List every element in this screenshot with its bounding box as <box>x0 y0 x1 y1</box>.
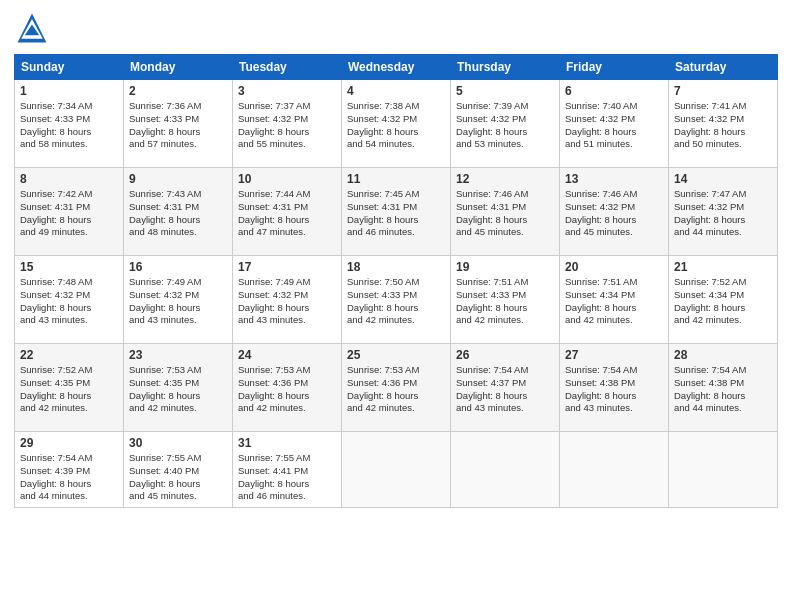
calendar-cell <box>560 432 669 508</box>
cell-info: Sunrise: 7:38 AMSunset: 4:32 PMDaylight:… <box>347 100 445 151</box>
calendar-cell <box>669 432 778 508</box>
day-number: 8 <box>20 172 118 186</box>
weekday-header-friday: Friday <box>560 55 669 80</box>
day-number: 15 <box>20 260 118 274</box>
day-number: 3 <box>238 84 336 98</box>
cell-info: Sunrise: 7:46 AMSunset: 4:31 PMDaylight:… <box>456 188 554 239</box>
calendar-cell: 1Sunrise: 7:34 AMSunset: 4:33 PMDaylight… <box>15 80 124 168</box>
calendar-cell: 27Sunrise: 7:54 AMSunset: 4:38 PMDayligh… <box>560 344 669 432</box>
logo <box>14 10 54 46</box>
day-number: 20 <box>565 260 663 274</box>
page: SundayMondayTuesdayWednesdayThursdayFrid… <box>0 0 792 612</box>
calendar-cell: 15Sunrise: 7:48 AMSunset: 4:32 PMDayligh… <box>15 256 124 344</box>
header <box>14 10 778 46</box>
cell-info: Sunrise: 7:54 AMSunset: 4:38 PMDaylight:… <box>565 364 663 415</box>
day-number: 12 <box>456 172 554 186</box>
cell-info: Sunrise: 7:52 AMSunset: 4:35 PMDaylight:… <box>20 364 118 415</box>
calendar-cell: 13Sunrise: 7:46 AMSunset: 4:32 PMDayligh… <box>560 168 669 256</box>
day-number: 5 <box>456 84 554 98</box>
cell-info: Sunrise: 7:54 AMSunset: 4:37 PMDaylight:… <box>456 364 554 415</box>
day-number: 13 <box>565 172 663 186</box>
day-number: 25 <box>347 348 445 362</box>
cell-info: Sunrise: 7:49 AMSunset: 4:32 PMDaylight:… <box>238 276 336 327</box>
cell-info: Sunrise: 7:53 AMSunset: 4:35 PMDaylight:… <box>129 364 227 415</box>
calendar-cell: 20Sunrise: 7:51 AMSunset: 4:34 PMDayligh… <box>560 256 669 344</box>
calendar-table: SundayMondayTuesdayWednesdayThursdayFrid… <box>14 54 778 508</box>
calendar-cell: 6Sunrise: 7:40 AMSunset: 4:32 PMDaylight… <box>560 80 669 168</box>
calendar-cell: 17Sunrise: 7:49 AMSunset: 4:32 PMDayligh… <box>233 256 342 344</box>
calendar-cell: 16Sunrise: 7:49 AMSunset: 4:32 PMDayligh… <box>124 256 233 344</box>
day-number: 7 <box>674 84 772 98</box>
cell-info: Sunrise: 7:51 AMSunset: 4:33 PMDaylight:… <box>456 276 554 327</box>
calendar-cell: 9Sunrise: 7:43 AMSunset: 4:31 PMDaylight… <box>124 168 233 256</box>
calendar-cell: 26Sunrise: 7:54 AMSunset: 4:37 PMDayligh… <box>451 344 560 432</box>
calendar-cell: 7Sunrise: 7:41 AMSunset: 4:32 PMDaylight… <box>669 80 778 168</box>
week-row-4: 22Sunrise: 7:52 AMSunset: 4:35 PMDayligh… <box>15 344 778 432</box>
day-number: 16 <box>129 260 227 274</box>
calendar-cell: 30Sunrise: 7:55 AMSunset: 4:40 PMDayligh… <box>124 432 233 508</box>
cell-info: Sunrise: 7:53 AMSunset: 4:36 PMDaylight:… <box>347 364 445 415</box>
calendar-cell: 22Sunrise: 7:52 AMSunset: 4:35 PMDayligh… <box>15 344 124 432</box>
calendar-cell: 23Sunrise: 7:53 AMSunset: 4:35 PMDayligh… <box>124 344 233 432</box>
day-number: 1 <box>20 84 118 98</box>
calendar-cell: 4Sunrise: 7:38 AMSunset: 4:32 PMDaylight… <box>342 80 451 168</box>
cell-info: Sunrise: 7:39 AMSunset: 4:32 PMDaylight:… <box>456 100 554 151</box>
calendar-cell: 29Sunrise: 7:54 AMSunset: 4:39 PMDayligh… <box>15 432 124 508</box>
weekday-header-wednesday: Wednesday <box>342 55 451 80</box>
cell-info: Sunrise: 7:51 AMSunset: 4:34 PMDaylight:… <box>565 276 663 327</box>
weekday-header-thursday: Thursday <box>451 55 560 80</box>
cell-info: Sunrise: 7:44 AMSunset: 4:31 PMDaylight:… <box>238 188 336 239</box>
cell-info: Sunrise: 7:54 AMSunset: 4:39 PMDaylight:… <box>20 452 118 503</box>
calendar-cell: 18Sunrise: 7:50 AMSunset: 4:33 PMDayligh… <box>342 256 451 344</box>
weekday-header-row: SundayMondayTuesdayWednesdayThursdayFrid… <box>15 55 778 80</box>
cell-info: Sunrise: 7:55 AMSunset: 4:41 PMDaylight:… <box>238 452 336 503</box>
week-row-3: 15Sunrise: 7:48 AMSunset: 4:32 PMDayligh… <box>15 256 778 344</box>
day-number: 19 <box>456 260 554 274</box>
day-number: 2 <box>129 84 227 98</box>
day-number: 30 <box>129 436 227 450</box>
cell-info: Sunrise: 7:36 AMSunset: 4:33 PMDaylight:… <box>129 100 227 151</box>
calendar-cell <box>342 432 451 508</box>
week-row-2: 8Sunrise: 7:42 AMSunset: 4:31 PMDaylight… <box>15 168 778 256</box>
calendar-cell: 11Sunrise: 7:45 AMSunset: 4:31 PMDayligh… <box>342 168 451 256</box>
cell-info: Sunrise: 7:55 AMSunset: 4:40 PMDaylight:… <box>129 452 227 503</box>
calendar-header: SundayMondayTuesdayWednesdayThursdayFrid… <box>15 55 778 80</box>
cell-info: Sunrise: 7:46 AMSunset: 4:32 PMDaylight:… <box>565 188 663 239</box>
weekday-header-monday: Monday <box>124 55 233 80</box>
day-number: 11 <box>347 172 445 186</box>
logo-icon <box>14 10 50 46</box>
cell-info: Sunrise: 7:54 AMSunset: 4:38 PMDaylight:… <box>674 364 772 415</box>
day-number: 18 <box>347 260 445 274</box>
cell-info: Sunrise: 7:34 AMSunset: 4:33 PMDaylight:… <box>20 100 118 151</box>
week-row-5: 29Sunrise: 7:54 AMSunset: 4:39 PMDayligh… <box>15 432 778 508</box>
day-number: 10 <box>238 172 336 186</box>
calendar-cell: 8Sunrise: 7:42 AMSunset: 4:31 PMDaylight… <box>15 168 124 256</box>
day-number: 14 <box>674 172 772 186</box>
day-number: 29 <box>20 436 118 450</box>
day-number: 17 <box>238 260 336 274</box>
calendar-cell <box>451 432 560 508</box>
cell-info: Sunrise: 7:52 AMSunset: 4:34 PMDaylight:… <box>674 276 772 327</box>
cell-info: Sunrise: 7:49 AMSunset: 4:32 PMDaylight:… <box>129 276 227 327</box>
day-number: 9 <box>129 172 227 186</box>
day-number: 23 <box>129 348 227 362</box>
cell-info: Sunrise: 7:40 AMSunset: 4:32 PMDaylight:… <box>565 100 663 151</box>
calendar-cell: 19Sunrise: 7:51 AMSunset: 4:33 PMDayligh… <box>451 256 560 344</box>
calendar-cell: 25Sunrise: 7:53 AMSunset: 4:36 PMDayligh… <box>342 344 451 432</box>
calendar-body: 1Sunrise: 7:34 AMSunset: 4:33 PMDaylight… <box>15 80 778 508</box>
calendar-cell: 12Sunrise: 7:46 AMSunset: 4:31 PMDayligh… <box>451 168 560 256</box>
weekday-header-sunday: Sunday <box>15 55 124 80</box>
cell-info: Sunrise: 7:48 AMSunset: 4:32 PMDaylight:… <box>20 276 118 327</box>
cell-info: Sunrise: 7:42 AMSunset: 4:31 PMDaylight:… <box>20 188 118 239</box>
day-number: 24 <box>238 348 336 362</box>
calendar-cell: 2Sunrise: 7:36 AMSunset: 4:33 PMDaylight… <box>124 80 233 168</box>
cell-info: Sunrise: 7:43 AMSunset: 4:31 PMDaylight:… <box>129 188 227 239</box>
day-number: 26 <box>456 348 554 362</box>
calendar-cell: 21Sunrise: 7:52 AMSunset: 4:34 PMDayligh… <box>669 256 778 344</box>
cell-info: Sunrise: 7:47 AMSunset: 4:32 PMDaylight:… <box>674 188 772 239</box>
day-number: 27 <box>565 348 663 362</box>
cell-info: Sunrise: 7:45 AMSunset: 4:31 PMDaylight:… <box>347 188 445 239</box>
weekday-header-saturday: Saturday <box>669 55 778 80</box>
weekday-header-tuesday: Tuesday <box>233 55 342 80</box>
day-number: 22 <box>20 348 118 362</box>
